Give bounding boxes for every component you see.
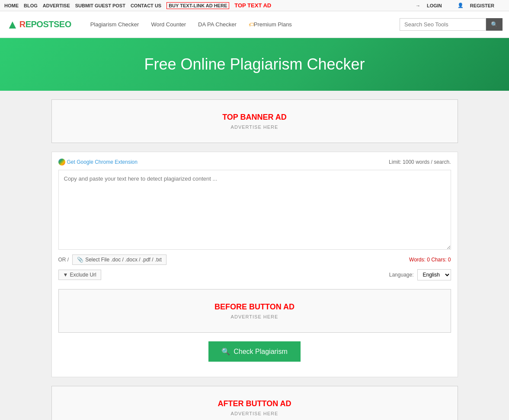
register-label: REGISTER [470, 3, 494, 8]
register-link[interactable]: 👤 REGISTER [458, 3, 499, 8]
limit-text: Limit: 1000 words / search. [389, 159, 451, 165]
exclude-url-label: Exclude Url [70, 272, 96, 278]
main-nav: Plagiarism Checker Word Counter DA PA Ch… [84, 11, 298, 38]
language-row: Language: English [389, 269, 451, 280]
blog-link[interactable]: BLOG [24, 3, 38, 8]
search-icon: 🔍 [491, 21, 498, 28]
select-file-button[interactable]: 📎 Select File .doc / .docx / .pdf / .txt [72, 255, 166, 265]
language-label: Language: [389, 272, 414, 278]
chrome-icon [58, 159, 65, 165]
or-label: OR / [58, 257, 69, 263]
hero-title: Free Online Plagiarism Checker [9, 55, 500, 73]
logo-icon: ▲ [6, 18, 19, 32]
chrome-extension-link[interactable]: Get Google Chrome Extension [58, 159, 138, 165]
buy-text-link[interactable]: BUY TEXT-LINK AD HERE [166, 2, 229, 9]
logo-text: REPOSTSEO [19, 19, 71, 29]
tag-icon: 🏷 [249, 22, 254, 28]
hero-banner: Free Online Plagiarism Checker [0, 38, 509, 91]
paperclip-icon: 📎 [77, 257, 83, 263]
search-btn-icon: 🔍 [221, 347, 230, 356]
contact-link[interactable]: CONTACT US [131, 3, 161, 8]
main-content: TOP BANNER AD ADVERTISE HERE Get Google … [47, 91, 462, 420]
login-label: LOGIN [427, 3, 442, 8]
advertise-link[interactable]: ADVERTISE [43, 3, 70, 8]
top-bar-right: → LOGIN 👤 REGISTER [416, 3, 505, 8]
submit-guest-link[interactable]: SUBMIT GUEST POST [75, 3, 125, 8]
logo-link[interactable]: ▲ REPOSTSEO [6, 18, 71, 32]
nav-word-counter[interactable]: Word Counter [145, 11, 192, 38]
register-icon: 👤 [458, 3, 464, 8]
check-plagiarism-label: Check Plagiarism [234, 348, 287, 356]
top-bar: HOME BLOG ADVERTISE SUBMIT GUEST POST CO… [0, 0, 509, 11]
before-button-ad-title: BEFORE BUTTON AD [67, 302, 442, 312]
home-link[interactable]: HOME [4, 3, 19, 8]
nav-plagiarism-checker[interactable]: Plagiarism Checker [84, 11, 145, 38]
check-button-container: 🔍 Check Plagiarism [58, 341, 451, 362]
nav-da-pa-checker[interactable]: DA PA Checker [192, 11, 243, 38]
check-plagiarism-button[interactable]: 🔍 Check Plagiarism [208, 341, 300, 362]
login-link[interactable]: → LOGIN [416, 3, 447, 8]
after-button-ad-sub: ADVERTISE HERE [61, 411, 449, 416]
file-row: OR / 📎 Select File .doc / .docx / .pdf /… [58, 255, 451, 265]
select-file-label: Select File .doc / .docx / .pdf / .txt [85, 257, 162, 263]
top-banner-ad-sub: ADVERTISE HERE [61, 124, 449, 130]
exclude-url-button[interactable]: ▼ Exclude Url [58, 270, 101, 280]
login-icon: → [416, 3, 420, 8]
after-button-ad-title: AFTER BUTTON AD [61, 399, 449, 408]
search-button[interactable]: 🔍 [486, 18, 503, 31]
word-count: Words: 0 Chars: 0 [409, 257, 451, 263]
chrome-ext-label: Get Google Chrome Extension [67, 159, 138, 165]
after-button-ad: AFTER BUTTON AD ADVERTISE HERE [51, 386, 458, 420]
dropdown-icon: ▼ [63, 272, 68, 278]
top-text-ad: TOP TEXT AD [234, 2, 271, 9]
before-button-ad-sub: ADVERTISE HERE [67, 314, 442, 319]
premium-plans-label: Premium Plans [254, 21, 292, 28]
nav-bar: ▲ REPOSTSEO Plagiarism Checker Word Coun… [0, 11, 509, 38]
search-bar: 🔍 [400, 18, 503, 31]
tool-panel: Get Google Chrome Extension Limit: 1000 … [51, 152, 458, 377]
top-banner-ad: TOP BANNER AD ADVERTISE HERE [51, 99, 458, 143]
top-banner-ad-title: TOP BANNER AD [61, 113, 449, 122]
options-row: ▼ Exclude Url Language: English [58, 269, 451, 280]
tool-top-bar: Get Google Chrome Extension Limit: 1000 … [58, 159, 451, 165]
language-select[interactable]: English [417, 269, 451, 280]
nav-premium-plans[interactable]: 🏷 Premium Plans [243, 11, 298, 38]
plagiarism-textarea[interactable] [58, 170, 451, 250]
search-input[interactable] [400, 18, 486, 31]
before-button-ad: BEFORE BUTTON AD ADVERTISE HERE [58, 289, 451, 333]
